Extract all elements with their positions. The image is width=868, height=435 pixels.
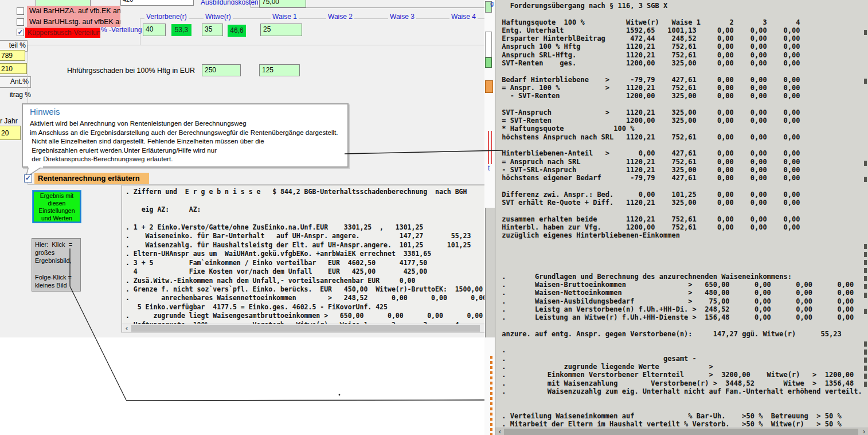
ausbildungskosten-label: Ausbildungskosten <box>201 0 258 5</box>
hinweis-title: Hinweis <box>30 107 60 116</box>
edge-mark <box>864 349 867 355</box>
kueppersbusch-label: Küppersbusch-Verteilung <box>25 28 100 38</box>
pro-jahr-label: r Jahr : <box>0 117 19 125</box>
center-scrollbar-thumb[interactable] <box>131 325 480 332</box>
verteilung-verstorbener-pct[interactable]: 53,3 <box>171 24 191 36</box>
sliver-fragment-green-2 <box>485 57 492 68</box>
header-waise-1: Waise 1 <box>271 13 299 21</box>
edge-mark <box>864 366 867 371</box>
forderungsuebergang-panel: Forderungsübergang nach § 116, 3 SGB X H… <box>495 0 868 435</box>
verteilung-waise1-input[interactable]: 25 <box>260 24 302 36</box>
header-waise-4: Waise 4 <box>449 13 478 21</box>
sliver-fragment-gray <box>485 208 495 337</box>
verteilung-witwe-input[interactable]: 35 <box>202 24 223 36</box>
checkbox-wai-baruhlstg[interactable] <box>17 18 24 26</box>
center-result-panel: . Ziffern und E r g e b n i s s e $ 844,… <box>122 185 492 333</box>
result-image-toggle-box[interactable]: Hier: Klick = großes Ergebnisbild, Folge… <box>32 238 81 292</box>
beitrag-pct-label: itrag % <box>0 91 31 99</box>
scroll-left-arrow-icon[interactable]: ‹ <box>496 428 503 435</box>
right-scrollbar-thumb[interactable] <box>504 429 858 435</box>
sliver-red-line-1 <box>488 131 489 164</box>
top-partial-field-2[interactable]: 420 <box>120 0 194 6</box>
header-witwe: Witwe(r) <box>204 13 233 21</box>
edge-mark <box>864 260 867 265</box>
verteilung-verstorbener-input[interactable]: 40 <box>143 24 166 36</box>
edge-mark <box>864 30 867 35</box>
edge-mark <box>864 358 867 363</box>
edge-mark <box>864 177 867 182</box>
edge-mark <box>864 374 867 379</box>
edge-mark <box>864 382 867 387</box>
ausbildungskosten-field[interactable]: 75,00 <box>259 0 306 7</box>
edge-mark <box>864 284 867 289</box>
hhfuehrungsschaden-input-2[interactable]: 125 <box>259 64 300 76</box>
edge-mark <box>864 341 867 347</box>
top-panel-border-h <box>251 7 484 8</box>
sliver-red-line-2 <box>491 131 492 164</box>
hhfuehrungsschaden-label: Hhführgsschaden bei 100% Hftg in EUR <box>67 67 195 75</box>
hinweis-tooltip: Hinweis Aktiviert wird bei Anrechnung vo… <box>22 103 349 168</box>
edge-mark <box>864 309 867 314</box>
center-result-text: . Ziffern und E r g e b n i s s e $ 844,… <box>126 188 487 329</box>
sliver-fragment-white <box>485 32 492 57</box>
header-verstorbener: Vertorbene(r) <box>144 13 189 21</box>
app-screen: 420 Ausbildungskosten 75,00 Wai BarHHZA.… <box>0 0 868 435</box>
edge-mark <box>864 79 867 84</box>
checkbox-kueppersbusch[interactable]: ✓ <box>17 29 24 36</box>
value-789-field[interactable]: 789 <box>0 50 25 61</box>
rentenanrechnung-label: Rentenanrechnung erläutern <box>34 173 149 184</box>
ant-pct-label: Ant.% <box>0 76 31 88</box>
verteilung-label: % -Verteilung : <box>101 26 142 34</box>
sliver-fragment-orange <box>485 80 493 93</box>
right-horizontal-scrollbar[interactable]: ‹ › <box>495 428 868 435</box>
edge-mark <box>864 276 867 281</box>
wai-barhhza-label: Wai BarHHZA. auf vfb.EK anre. <box>27 6 120 17</box>
sliver-t-fragment: t <box>488 164 490 172</box>
result-button[interactable]: Ergebnis mit diesen Einstellungen und We… <box>33 191 81 223</box>
header-waise-2: Waise 2 <box>326 13 354 21</box>
sliver-orange-dashed-line <box>490 356 492 435</box>
verteilung-witwe-pct[interactable]: 46,6 <box>228 25 246 37</box>
value-210-field[interactable]: 210 <box>0 63 27 74</box>
edge-mark <box>864 161 867 166</box>
checkbox-rentenanrechnung[interactable]: ✓ <box>24 174 32 182</box>
edge-mark <box>864 244 867 249</box>
value-20-field[interactable]: 20 <box>0 126 21 140</box>
verteilung-groupbox <box>140 18 488 45</box>
edge-mark <box>864 293 867 298</box>
scroll-left-arrow-icon[interactable]: ‹ <box>123 325 130 332</box>
edge-mark <box>864 268 867 273</box>
hhfuehrungsschaden-input-1[interactable]: 250 <box>202 64 241 76</box>
center-horizontal-scrollbar[interactable]: ‹ › <box>122 324 491 332</box>
forderungsuebergang-text: Forderungsübergang nach § 116, 3 SGB X H… <box>498 2 862 428</box>
sliver-corner-fragment: g <box>490 0 494 7</box>
hinweis-body: Aktiviert wird bei Anrechnung von Renten… <box>30 119 338 164</box>
top-panel-border-v <box>251 0 251 7</box>
edge-mark <box>864 252 867 257</box>
scroll-right-arrow-icon[interactable]: › <box>861 428 867 435</box>
header-waise-3: Waise 3 <box>388 13 416 21</box>
checkbox-wai-barhhza[interactable] <box>17 7 24 15</box>
